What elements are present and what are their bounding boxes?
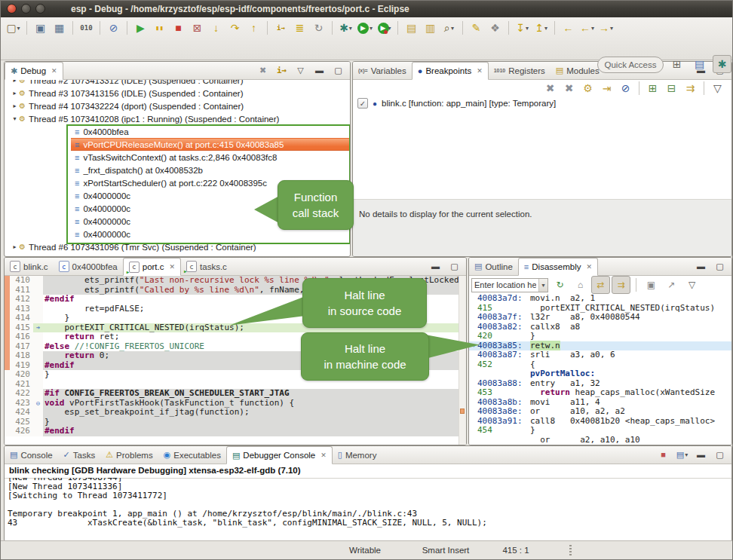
stack-frame-row[interactable]: ≡vTaskSwitchContext() at tasks.c:2,846 0… xyxy=(71,151,350,164)
debug-perspective-button[interactable]: ✱ xyxy=(713,55,731,73)
copy-button[interactable]: ▣ xyxy=(642,276,661,294)
maximize-button[interactable]: ▢ xyxy=(710,258,729,276)
chevron-right-icon[interactable]: ▸ xyxy=(11,103,19,109)
tab-tasks-c[interactable]: ctasks.c xyxy=(181,258,232,275)
step-filters-button[interactable]: ≣ xyxy=(290,19,309,37)
suspend-button[interactable]: ▮▮ xyxy=(150,19,169,37)
maximize-button[interactable]: ▢ xyxy=(329,62,348,80)
disasm-line[interactable]: 453 return heap_caps_malloc(xWantedSize xyxy=(469,388,731,398)
close-icon[interactable]: ✕ xyxy=(477,67,483,75)
code-line[interactable]: 424 esp_set_breakpoint_if_jtag(function)… xyxy=(5,408,466,418)
back-button[interactable]: ←▾ xyxy=(578,19,597,37)
close-icon[interactable]: ✕ xyxy=(51,67,57,75)
tab-memory[interactable]: ▯Memory xyxy=(333,446,382,464)
minimize-button[interactable]: ▬ xyxy=(692,258,710,276)
skip-all-button[interactable]: ⊘ xyxy=(616,79,635,97)
tab-outline[interactable]: ▤Outline xyxy=(469,258,518,275)
chevron-down-icon[interactable]: ▾ xyxy=(11,115,19,122)
stack-frame-row[interactable]: ≡_frxt_dispatch() at 0x4008532b xyxy=(71,164,350,176)
tab-variables[interactable]: (x)=Variables xyxy=(353,62,412,79)
console-output[interactable]: [New Thread 1073468744][New Thread 10734… xyxy=(5,478,731,541)
collapse-all-button[interactable]: ⊟ xyxy=(662,79,681,97)
refresh-button[interactable]: ↻ xyxy=(551,276,569,294)
quick-access-button[interactable]: Quick Access xyxy=(597,57,664,73)
back-solid-button[interactable]: ← xyxy=(559,19,578,37)
sync-pc-button[interactable]: ⇄ xyxy=(591,276,610,294)
thread-item[interactable]: ▸⚙Thread #4 1073432224 (dport) (Suspende… xyxy=(5,99,350,112)
remove-terminated-button[interactable]: ✖ xyxy=(253,62,272,80)
close-icon[interactable]: ✕ xyxy=(320,451,327,459)
thread-item[interactable]: ▸⚙Thread #6 1073431096 (Tmr Svc) (Suspen… xyxy=(5,240,350,253)
skip-all-breakpoints-button[interactable]: ⊘ xyxy=(104,19,123,37)
window-close-icon[interactable] xyxy=(7,4,17,14)
disasm-line[interactable]: pvPortMalloc: xyxy=(469,369,731,379)
goto-breakpoint-file-button[interactable]: ⇥ xyxy=(597,79,616,97)
thread-item[interactable]: ▾⚙Thread #5 1073410208 (ipc1 : Running) … xyxy=(5,112,350,125)
external-tools-button[interactable]: ▶▾ xyxy=(375,19,394,37)
console-minimize-button[interactable]: ▬ xyxy=(692,446,710,464)
save-all-button[interactable]: ▦ xyxy=(50,19,69,37)
annotation-nav-button[interactable]: ❖ xyxy=(486,19,505,37)
tab-tasks[interactable]: ✓Tasks xyxy=(58,446,101,464)
tab-console[interactable]: ▤Console xyxy=(5,446,58,464)
location-combo[interactable]: ▼ xyxy=(471,278,548,292)
stack-frame-item[interactable]: ≡_frxt_dispatch() at 0x4008532b xyxy=(5,164,350,176)
debug-button[interactable]: ✱▾ xyxy=(336,19,355,37)
disasm-line[interactable]: 452{ xyxy=(469,360,731,370)
step-return-button[interactable]: ↑ xyxy=(244,19,263,37)
show-supported-breakpoints-button[interactable]: ⚙ xyxy=(578,79,597,97)
tab-modules[interactable]: ▤Modules xyxy=(551,62,605,79)
remove-breakpoint-button[interactable]: ✖ xyxy=(541,79,560,97)
step-into-button[interactable]: ↓ xyxy=(207,19,225,37)
minimize-button[interactable]: ▬ xyxy=(310,62,329,80)
run-button[interactable]: ▶▾ xyxy=(355,19,375,37)
close-icon[interactable]: ✕ xyxy=(170,263,176,271)
instruction-stepping-toggle[interactable]: i→ xyxy=(272,62,291,80)
console-terminate-button[interactable]: ■ xyxy=(654,446,673,464)
breakpoint-list-item[interactable]: ✓ ● blink.c [function: app_main] [type: … xyxy=(353,96,731,110)
forward-button[interactable]: →▾ xyxy=(597,19,615,37)
stack-frame-item[interactable]: ≡vPortCPUReleaseMutex() at port.c:415 0x… xyxy=(5,138,350,151)
console-maximize-button[interactable]: ▢ xyxy=(710,446,729,464)
disasm-line[interactable]: or a2, a10, a10 xyxy=(469,436,731,445)
display-console-button[interactable]: ▤▾ xyxy=(673,446,692,464)
restart-button[interactable]: ↻ xyxy=(309,19,328,37)
tab-debugger-console[interactable]: ▤Debugger Console✕ xyxy=(226,446,333,464)
chevron-right-icon[interactable]: ▸ xyxy=(11,80,19,84)
disasm-line[interactable]: 420} xyxy=(469,332,731,341)
open-new-view-button[interactable]: ↗ xyxy=(662,276,681,294)
tab-disassembly[interactable]: ≡Disassembly✕ xyxy=(518,258,598,276)
last-edit-location-button[interactable]: ↧▾ xyxy=(513,19,532,37)
home-button[interactable]: ⌂ xyxy=(571,276,590,294)
disasm-line[interactable]: 40083a82:callx8 a8 xyxy=(469,323,731,332)
annotation-column[interactable] xyxy=(459,276,466,445)
instruction-stepping-button[interactable]: i→ xyxy=(271,19,290,37)
link-with-debug-view-button[interactable]: ⇉ xyxy=(681,79,700,97)
annotation-marker[interactable] xyxy=(460,409,465,414)
next-edit-location-button[interactable]: ↥▾ xyxy=(532,19,551,37)
open-perspective-button[interactable]: ⊞ xyxy=(667,55,686,73)
view-menu-button[interactable]: ▽ xyxy=(682,276,701,294)
stack-frame-item[interactable]: ≡vTaskSwitchContext() at tasks.c:2,846 0… xyxy=(5,151,350,164)
chevron-right-icon[interactable]: ▸ xyxy=(11,90,19,96)
remove-all-breakpoints-button[interactable]: ✖ xyxy=(560,79,578,97)
tab-problems[interactable]: ⚠Problems xyxy=(100,446,158,464)
expand-all-button[interactable]: ⊞ xyxy=(643,79,662,97)
disasm-line[interactable]: 40083a7f:l32r a8, 0x40080544 xyxy=(469,313,731,323)
code-line[interactable]: 426#endif xyxy=(5,427,466,436)
terminate-button[interactable]: ■ xyxy=(169,19,188,37)
location-input[interactable] xyxy=(472,280,538,289)
status-drag-handle[interactable] xyxy=(569,545,572,556)
show-source-button[interactable]: ⇉ xyxy=(612,276,630,294)
save-button[interactable]: ▣ xyxy=(31,19,50,37)
step-over-button[interactable]: ↷ xyxy=(225,19,244,37)
tab-port-c[interactable]: cport.c✕ xyxy=(123,258,181,276)
new-cpp-project-button[interactable]: ▤ xyxy=(402,19,421,37)
window-maximize-icon[interactable] xyxy=(35,4,45,14)
disasm-line[interactable]: 40083a87:srli a3, a0, 6 xyxy=(469,350,731,360)
tab-0x4000bfea[interactable]: c0x4000bfea xyxy=(54,258,123,275)
close-icon[interactable]: ✕ xyxy=(586,263,592,271)
tab-breakpoints[interactable]: ●Breakpoints✕ xyxy=(412,62,489,80)
tab-debug[interactable]: ✱ Debug ✕ xyxy=(5,62,63,80)
mark-occurrences-button[interactable]: ✎ xyxy=(467,19,486,37)
